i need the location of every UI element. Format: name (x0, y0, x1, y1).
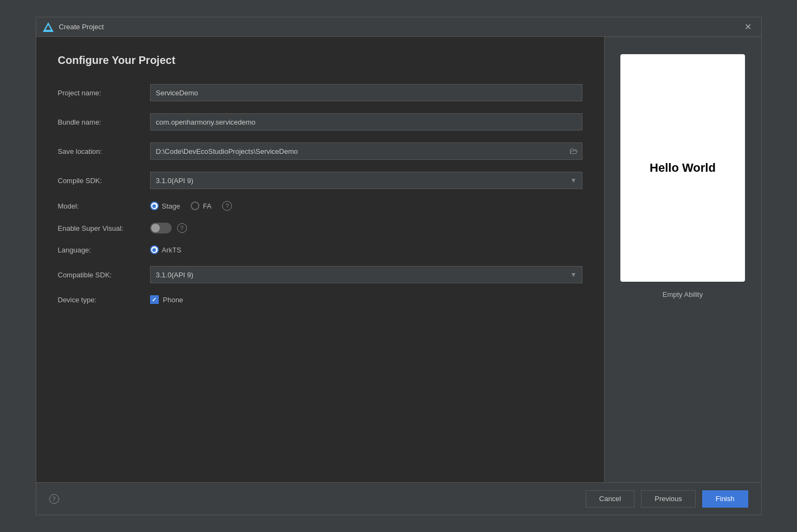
checkmark-icon: ✓ (152, 296, 157, 303)
app-logo-icon (43, 22, 54, 32)
model-help-icon[interactable]: ? (222, 201, 232, 211)
language-label: Language: (58, 246, 150, 254)
finish-button[interactable]: Finish (702, 490, 748, 508)
folder-browse-icon[interactable]: 🗁 (569, 146, 578, 156)
cancel-button[interactable]: Cancel (586, 490, 634, 508)
project-name-row: Project name: (58, 84, 582, 101)
language-row: Language: ArkTS (58, 245, 582, 254)
language-radio-group: ArkTS (150, 245, 182, 254)
device-type-phone-label: Phone (163, 296, 184, 304)
language-arkts-option[interactable]: ArkTS (150, 245, 182, 254)
device-type-phone-checkbox[interactable]: ✓ Phone (150, 295, 184, 304)
compile-sdk-select[interactable]: 3.1.0(API 9) 3.0.0(API 8) 2.2.0(API 7) (150, 172, 582, 189)
save-location-row: Save location: 🗁 (58, 142, 582, 160)
dialog-footer: ? Cancel Previous Finish (36, 482, 761, 515)
compile-sdk-label: Compile SDK: (58, 177, 150, 185)
super-visual-controls: ? (150, 223, 187, 233)
device-type-row: Device type: ✓ Phone (58, 295, 582, 304)
language-arkts-label: ArkTS (162, 246, 182, 254)
compatible-sdk-row: Compatible SDK: 3.1.0(API 9) 3.0.0(API 8… (58, 266, 582, 283)
language-arkts-radio[interactable] (150, 245, 159, 254)
dialog-body: Configure Your Project Project name: Bun… (36, 37, 761, 482)
model-stage-label: Stage (162, 202, 180, 210)
page-title: Configure Your Project (58, 54, 582, 67)
bundle-name-input[interactable] (150, 113, 582, 131)
preview-area: Hello World Empty Ability (604, 37, 761, 482)
bundle-name-label: Bundle name: (58, 118, 150, 126)
project-name-label: Project name: (58, 89, 150, 97)
phone-preview: Hello World (620, 54, 745, 282)
compatible-sdk-select-wrapper: 3.1.0(API 9) 3.0.0(API 8) 2.2.0(API 7) ▼ (150, 266, 582, 283)
footer-left: ? (49, 494, 59, 504)
project-name-input[interactable] (150, 84, 582, 101)
model-stage-option[interactable]: Stage (150, 202, 180, 210)
compile-sdk-row: Compile SDK: 3.1.0(API 9) 3.0.0(API 8) 2… (58, 172, 582, 189)
model-row: Model: Stage FA ? (58, 201, 582, 211)
template-label: Empty Ability (663, 290, 703, 299)
phone-checkbox-box[interactable]: ✓ (150, 295, 159, 304)
enable-super-visual-row: Enable Super Visual: ? (58, 223, 582, 233)
device-type-label: Device type: (58, 296, 150, 304)
compatible-sdk-select[interactable]: 3.1.0(API 9) 3.0.0(API 8) 2.2.0(API 7) (150, 266, 582, 283)
footer-right: Cancel Previous Finish (586, 490, 748, 508)
save-location-input[interactable] (150, 142, 582, 160)
create-project-dialog: Create Project ✕ Configure Your Project … (36, 17, 762, 515)
close-button[interactable]: ✕ (742, 21, 755, 34)
model-fa-label: FA (203, 202, 211, 210)
model-fa-radio[interactable] (191, 202, 199, 210)
form-area: Configure Your Project Project name: Bun… (36, 37, 604, 482)
model-stage-radio[interactable] (150, 202, 159, 210)
bundle-name-row: Bundle name: (58, 113, 582, 131)
model-radio-group: Stage FA ? (150, 201, 232, 211)
enable-super-visual-label: Enable Super Visual: (58, 224, 150, 232)
footer-help-icon[interactable]: ? (49, 494, 59, 504)
hello-world-text: Hello World (650, 161, 716, 175)
super-visual-toggle[interactable] (150, 223, 172, 233)
compatible-sdk-label: Compatible SDK: (58, 271, 150, 279)
compile-sdk-select-wrapper: 3.1.0(API 9) 3.0.0(API 8) 2.2.0(API 7) ▼ (150, 172, 582, 189)
toggle-thumb (151, 224, 160, 232)
previous-button[interactable]: Previous (641, 490, 696, 508)
window-title: Create Project (59, 23, 742, 31)
save-location-field: 🗁 (150, 142, 582, 160)
titlebar: Create Project ✕ (36, 17, 761, 37)
model-fa-option[interactable]: FA (191, 202, 211, 210)
save-location-label: Save location: (58, 147, 150, 155)
super-visual-help-icon[interactable]: ? (177, 223, 187, 233)
model-label: Model: (58, 202, 150, 210)
